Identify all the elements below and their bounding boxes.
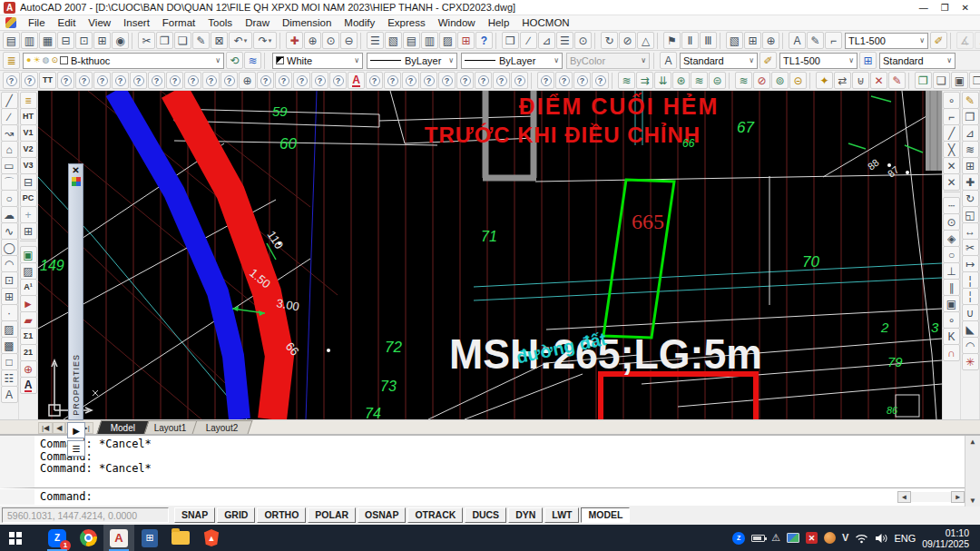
move-icon[interactable]: ✚ (962, 173, 979, 191)
taskbar-zalo[interactable]: Z 1 (42, 525, 73, 551)
unknown-tool-icon[interactable]: ? (420, 72, 437, 89)
unknown-tool-icon[interactable]: ? (148, 72, 165, 89)
image-attach-icon[interactable]: ▣ (951, 72, 968, 89)
toggle-ortho[interactable]: ORTHO (257, 507, 306, 523)
crosshair-tool[interactable]: + (20, 206, 37, 223)
block-editor-icon[interactable]: ⊠ (211, 32, 228, 49)
snap-intersection-icon[interactable]: ✕ (943, 157, 960, 174)
taskbar-calculator[interactable]: ⊞ (134, 525, 165, 551)
menu-insert[interactable]: Insert (117, 16, 156, 29)
region-icon[interactable]: □ (1, 353, 18, 370)
text-style-dropdown[interactable]: Standard ∨ (680, 53, 758, 69)
language-indicator[interactable]: ENG (894, 533, 916, 544)
wipeout-hatch-tool[interactable]: ▨ (20, 262, 37, 280)
toggle-lwt[interactable]: LWT (544, 507, 579, 523)
layer-merge-icon[interactable]: ⊎ (852, 72, 869, 89)
toggle-model[interactable]: MODEL (581, 507, 630, 523)
drawing-canvas[interactable]: ĐIỂM CUỐI HẺM TRƯỚC KHI ĐIỀU CHỈNH 665 M… (38, 91, 942, 419)
extend-icon[interactable]: ↦ (962, 255, 979, 272)
close-button[interactable]: ✕ (962, 3, 969, 13)
command-vertical-scrollbar[interactable]: ▲ ▼ (965, 436, 980, 507)
snap-node-icon[interactable]: ∘ (943, 311, 960, 329)
snap-extension-icon[interactable]: ┄ (943, 197, 960, 214)
hatch-icon[interactable]: ▨ (1, 320, 18, 338)
qnew-icon[interactable]: ▤ (3, 32, 20, 49)
ellipse-icon[interactable]: ◯ (1, 239, 18, 256)
menu-file[interactable]: File (22, 16, 52, 29)
ole-object-icon[interactable]: ❒ (969, 72, 980, 89)
polygon-icon[interactable]: ⌂ (1, 141, 18, 158)
taskbar-clock[interactable]: 01:10 09/11/2025 (922, 527, 973, 549)
layers-stack-tool[interactable]: ≡ (20, 92, 37, 109)
line-icon[interactable]: ╱ (1, 92, 18, 109)
quickcalc-icon[interactable]: ⊞ (457, 32, 475, 49)
minimize-button[interactable]: — (919, 3, 928, 13)
undo-icon[interactable]: ↶▾ (229, 32, 252, 49)
trim-icon[interactable]: ✂ (962, 239, 979, 256)
gradient-icon[interactable]: ▩ (1, 337, 18, 354)
tab-prev-button[interactable]: ◀ (53, 422, 65, 434)
chamfer-icon[interactable]: ◣ (962, 320, 979, 338)
toggle-osnap[interactable]: OSNAP (358, 507, 406, 523)
plus-circle-tool-icon[interactable]: ⊕ (239, 72, 256, 89)
export-layout-icon[interactable]: ❐ (915, 72, 932, 89)
unknown-tool-icon[interactable]: ? (112, 72, 129, 89)
unknown-tool-icon[interactable]: ? (21, 72, 38, 89)
table-style-dropdown[interactable]: Standard ∨ (879, 53, 956, 69)
layer-on-icon[interactable]: ⊚ (771, 72, 789, 89)
unknown-tool-icon[interactable]: ? (366, 72, 383, 89)
taskbar-autocad[interactable]: A (103, 525, 134, 551)
unknown-tool-icon[interactable]: ? (555, 72, 573, 89)
layer-translate-icon[interactable]: ⇄ (834, 72, 851, 89)
markup-manager-icon[interactable]: ▨ (439, 32, 456, 49)
lineweight-dropdown[interactable]: ByLayer ∨ (461, 53, 563, 69)
wipeout-icon[interactable]: ▧ (726, 32, 743, 49)
unknown-tool-icon[interactable]: ? (311, 72, 328, 89)
unknown-tool-icon[interactable]: ? (3, 72, 20, 89)
table-style-icon[interactable]: ⊞ (859, 52, 877, 69)
flag-icon[interactable]: ⚑ (663, 32, 681, 49)
column-icon[interactable]: Ⅱ (681, 32, 699, 49)
toggle-polar[interactable]: POLAR (308, 507, 356, 523)
unknown-tool-icon[interactable]: ? (166, 72, 183, 89)
pan-icon[interactable]: ✚ (286, 32, 303, 49)
paste-icon[interactable]: ❏ (174, 32, 191, 49)
layer-dropdown[interactable]: ● ☀ ◍ ⊙ B-kthuoc ∨ (23, 53, 224, 69)
snap-from-icon[interactable]: ⌐ (943, 108, 960, 125)
v2-tool[interactable]: V2 (20, 141, 37, 158)
command-horizontal-scrollbar[interactable]: ◀ ▶ (897, 490, 965, 504)
unknown-tool-icon[interactable]: ? (130, 72, 147, 89)
rotate-icon[interactable]: ↻ (962, 190, 979, 207)
draworder-icon[interactable]: ❒ (502, 32, 519, 49)
list-icon[interactable]: ☰ (556, 32, 573, 49)
monitor-tool[interactable]: ⊟ (20, 173, 37, 191)
make-block-icon[interactable]: ⊞ (1, 288, 18, 305)
annotation-pencil-icon[interactable]: ✎ (888, 72, 906, 89)
join-icon[interactable]: ∪ (962, 304, 979, 321)
copy-clip-icon[interactable]: ❐ (156, 32, 173, 49)
dim-style-dropdown[interactable]: TL1-500 ∨ (779, 53, 858, 69)
layer-unisolate-icon[interactable]: ⊜ (709, 72, 726, 89)
unknown-tool-icon[interactable]: ? (93, 72, 111, 89)
brush-icon[interactable]: ✎ (807, 32, 824, 49)
start-button[interactable] (0, 525, 31, 551)
circle-icon[interactable]: ○ (1, 190, 18, 207)
scale-icon[interactable]: ◱ (962, 206, 979, 223)
layer-states-icon[interactable]: ≋ (244, 52, 261, 69)
polyline-icon[interactable]: ↝ (1, 124, 18, 142)
spline-icon[interactable]: ∿ (1, 222, 18, 240)
menu-dimension[interactable]: Dimension (276, 16, 338, 29)
stretch-icon[interactable]: ↔ (962, 222, 979, 240)
properties-palette-strip[interactable]: ✕ PROPERTIES (68, 163, 83, 420)
pin-tool[interactable]: ⊕ (20, 360, 37, 378)
red-arrow-tool[interactable]: ► (20, 295, 37, 312)
plot-preview-icon[interactable]: ⊡ (75, 32, 93, 49)
scroll-left-icon[interactable]: ◀ (897, 491, 911, 503)
ellipse-arc-icon[interactable]: ◠ (1, 255, 18, 272)
image-tool[interactable]: ▣ (20, 246, 37, 263)
rectangle-icon[interactable]: ▭ (1, 157, 18, 174)
unknown-tool-icon[interactable]: ? (293, 72, 310, 89)
insert-block-icon[interactable]: ⊡ (1, 271, 18, 289)
erase-icon[interactable]: ✎ (962, 92, 979, 109)
scroll-right-icon[interactable]: ▶ (951, 491, 965, 503)
